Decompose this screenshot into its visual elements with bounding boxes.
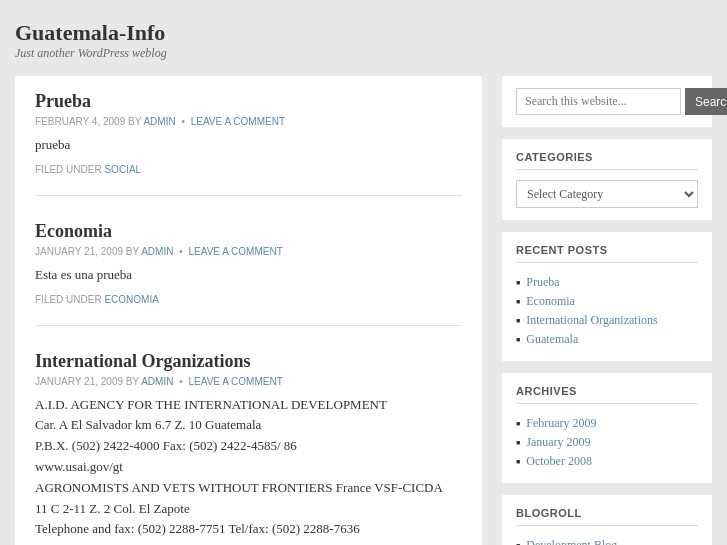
post-line: Car. A El Salvador km 6.7 Z. 10 Guatemal… (35, 415, 462, 436)
post-author[interactable]: ADMIN (141, 376, 173, 387)
category-select[interactable]: Select Category (516, 180, 698, 208)
post-category[interactable]: SOCIAL (104, 164, 141, 175)
search-widget: Search (502, 76, 712, 127)
post-author[interactable]: ADMIN (141, 246, 173, 257)
filed-under-label: FILED UNDER (35, 164, 104, 175)
post-title: Economia (35, 221, 462, 242)
post-line: Telephone and fax: (502) 2288-7751 Tel/f… (35, 519, 462, 540)
content-area: Prueba FEBRUARY 4, 2009 BY ADMIN • LEAVE… (15, 76, 712, 545)
main-content: Prueba FEBRUARY 4, 2009 BY ADMIN • LEAVE… (15, 76, 482, 545)
leave-comment-link[interactable]: LEAVE A COMMENT (189, 246, 283, 257)
post-date: JANUARY 21, 2009 (35, 376, 123, 387)
post-meta: JANUARY 21, 2009 BY ADMIN • LEAVE A COMM… (35, 246, 462, 257)
recent-post-link[interactable]: Prueba (526, 275, 559, 290)
post-line: www.usai.gov/gt (35, 457, 462, 478)
post-title: Prueba (35, 91, 462, 112)
archives-list: February 2009January 2009October 2008 (516, 414, 698, 471)
post-economia: Economia JANUARY 21, 2009 BY ADMIN • LEA… (35, 221, 462, 326)
list-item: International Organizations (516, 311, 698, 330)
post-prueba: Prueba FEBRUARY 4, 2009 BY ADMIN • LEAVE… (35, 91, 462, 196)
post-line: AGRONOMISTS AND VETS WITHOUT FRONTIERS F… (35, 478, 462, 499)
list-item: Development Blog (516, 536, 698, 545)
bullet: • (181, 116, 187, 127)
blogroll-list: Development BlogDocumentationPluginsSugg… (516, 536, 698, 545)
post-title: International Organizations (35, 351, 462, 372)
list-item: Guatemala (516, 330, 698, 349)
archive-link[interactable]: February 2009 (526, 416, 596, 431)
blogroll-heading: BLOGROLL (516, 507, 698, 526)
post-body: prueba (35, 135, 462, 156)
site-subtitle: Just another WordPress weblog (15, 46, 712, 61)
post-footer: FILED UNDER ECONOMIA (35, 294, 462, 305)
categories-heading: CATEGORIES (516, 151, 698, 170)
recent-post-link[interactable]: International Organizations (526, 313, 657, 328)
list-item: Prueba (516, 273, 698, 292)
sidebar: Search CATEGORIES Select Category RECENT… (502, 76, 712, 545)
search-form: Search (516, 88, 698, 115)
recent-post-link[interactable]: Economia (526, 294, 575, 309)
post-line: P.B.X. (502) 2422-4000 Fax: (502) 2422-4… (35, 436, 462, 457)
by-label: BY (126, 246, 141, 257)
search-button[interactable]: Search (685, 88, 727, 115)
blogroll-link[interactable]: Development Blog (526, 538, 617, 545)
post-date: JANUARY 21, 2009 (35, 246, 123, 257)
list-item: October 2008 (516, 452, 698, 471)
filed-under-label: FILED UNDER (35, 294, 104, 305)
recent-post-link[interactable]: Guatemala (526, 332, 578, 347)
archives-widget: ARCHIVES February 2009January 2009Octobe… (502, 373, 712, 483)
leave-comment-link[interactable]: LEAVE A COMMENT (189, 376, 283, 387)
blogroll-widget: BLOGROLL Development BlogDocumentationPl… (502, 495, 712, 545)
by-label: BY (126, 376, 141, 387)
search-input[interactable] (516, 88, 681, 115)
post-date: FEBRUARY 4, 2009 (35, 116, 125, 127)
post-meta: FEBRUARY 4, 2009 BY ADMIN • LEAVE A COMM… (35, 116, 462, 127)
post-author[interactable]: ADMIN (143, 116, 175, 127)
by-label: BY (128, 116, 143, 127)
post-international-organizations: International Organizations JANUARY 21, … (35, 351, 462, 545)
recent-posts-list: PruebaEconomiaInternational Organization… (516, 273, 698, 349)
post-category[interactable]: ECONOMIA (104, 294, 158, 305)
archives-heading: ARCHIVES (516, 385, 698, 404)
archive-link[interactable]: October 2008 (526, 454, 592, 469)
post-body: Esta es una prueba (35, 265, 462, 286)
post-line: Chisec Project: Lote 135 Barrio (35, 540, 462, 545)
leave-comment-link[interactable]: LEAVE A COMMENT (191, 116, 285, 127)
post-footer: FILED UNDER SOCIAL (35, 164, 462, 175)
post-line: A.I.D. AGENCY FOR THE INTERNATIONAL DEVE… (35, 395, 462, 416)
post-meta: JANUARY 21, 2009 BY ADMIN • LEAVE A COMM… (35, 376, 462, 387)
archive-link[interactable]: January 2009 (526, 435, 590, 450)
post-line: 11 C 2-11 Z. 2 Col. El Zapote (35, 499, 462, 520)
list-item: Economia (516, 292, 698, 311)
list-item: January 2009 (516, 433, 698, 452)
list-item: February 2009 (516, 414, 698, 433)
post-body: A.I.D. AGENCY FOR THE INTERNATIONAL DEVE… (35, 395, 462, 545)
bullet: • (179, 246, 185, 257)
bullet: • (179, 376, 185, 387)
categories-widget: CATEGORIES Select Category (502, 139, 712, 220)
recent-posts-widget: RECENT POSTS PruebaEconomiaInternational… (502, 232, 712, 361)
recent-posts-heading: RECENT POSTS (516, 244, 698, 263)
site-title: Guatemala-Info (15, 20, 712, 46)
site-header: Guatemala-Info Just another WordPress we… (15, 10, 712, 76)
